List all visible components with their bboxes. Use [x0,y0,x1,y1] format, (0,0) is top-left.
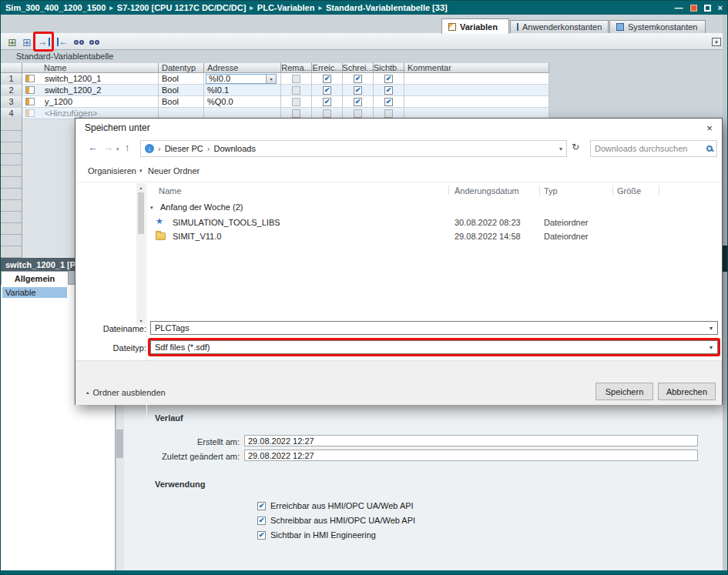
section-verwendung: Verwendung [155,480,205,489]
dialog-close-icon[interactable]: × [697,119,722,137]
address-dropdown-icon[interactable]: ▾ [559,145,562,152]
file-group-header[interactable]: Anfang der Woche (2) [160,202,243,212]
monitor-all-icon[interactable] [72,35,86,48]
schreibbar-checkbox[interactable]: ✔ [354,98,362,106]
save-button[interactable]: Speichern [595,383,653,400]
section-verlauf: Verlauf [155,413,183,423]
maximize-button[interactable] [704,5,711,12]
chevron-down-icon: ▾ [139,168,143,174]
address-bar[interactable]: ↓ › Dieser PC › Downloads ▾ [140,140,567,157]
erreichbar-hmi-checkbox[interactable]: ✔ [257,502,266,510]
filetype-combobox[interactable]: Sdf files (*.sdf) ▾ [150,340,718,354]
breadcrumb-device[interactable]: S7-1200 [CPU 1217C DC/DC/DC] [117,3,247,12]
table-header-row: Name Datentyp Adresse Rema... Erreic... … [1,62,549,73]
tab-variablen[interactable]: Variablen [441,18,509,34]
list-header-date[interactable]: Änderungsdatum [455,186,519,196]
sichtbar-checkbox[interactable]: ✔ [384,86,393,95]
schreibbar-hmi-checkbox[interactable]: ✔ [257,516,266,525]
search-input[interactable]: Downloads durchsuchen [590,140,717,157]
history-dropdown-icon[interactable]: ▾ [116,146,119,152]
column-header-schreibbar: Schrei... [343,62,374,73]
breadcrumb-plc-variablen[interactable]: PLC-Variablen [257,3,315,12]
remanenz-checkbox[interactable] [292,75,300,83]
row-number[interactable]: 4 [1,108,22,119]
remanenz-checkbox[interactable] [292,86,300,95]
forward-icon[interactable]: → [103,142,113,153]
cell-adresse[interactable]: %I0.1 [204,85,281,96]
file-type: Dateiordner [544,218,588,227]
row-number[interactable]: 1 [1,73,22,85]
crumb-dieser-pc[interactable]: Dieser PC [165,144,203,153]
insert-row-icon[interactable]: ⊞ [5,35,19,48]
row-number[interactable]: 3 [1,96,22,108]
file-name[interactable]: SIMIT_V11.0 [173,232,221,241]
erreichbar-checkbox[interactable]: ✔ [323,86,331,95]
cancel-button[interactable]: Abbrechen [658,383,716,400]
crumb-downloads[interactable]: Downloads [213,144,255,153]
chevron-down-icon[interactable]: ▾ [705,344,717,351]
list-header-name[interactable]: Name [159,186,181,196]
breadcrumb-project[interactable]: Sim_300_400_1200_1500 [5,3,106,12]
file-name[interactable]: SIMULATION_TOOLS_LIBS [173,218,280,227]
cell-kommentar[interactable] [404,85,549,96]
erreichbar-checkbox[interactable]: ✔ [323,75,331,83]
window-controls: — × [675,4,723,12]
cell-datentyp[interactable]: Bool [159,73,204,85]
row-number[interactable]: 2 [1,85,22,96]
back-icon[interactable]: ← [88,142,98,153]
close-button[interactable]: × [718,4,723,12]
tag-table-icon [448,23,456,31]
cell-adresse-edit[interactable]: %I0.0 ▾ [206,74,277,84]
new-folder-button[interactable]: Neuer Ordner [148,166,200,176]
schreibbar-checkbox[interactable]: ✔ [354,86,362,95]
cell-datentyp[interactable]: Bool [159,85,204,96]
list-header-type[interactable]: Typ [544,186,558,196]
address-dropdown-icon[interactable]: ▾ [266,75,276,83]
schreibbar-checkbox[interactable]: ✔ [354,75,362,83]
erreichbar-checkbox[interactable]: ✔ [323,98,331,106]
cell-name[interactable]: y_1200 [42,96,159,108]
tab-allgemein[interactable]: Allgemein [1,271,69,285]
hide-folders-button[interactable]: ▴ Ordner ausblenden [86,388,166,397]
tia-portal-window: Sim_300_400_1200_1500 ▸ S7-1200 [CPU 121… [0,0,728,575]
usage-option: ✔ Erreichbar aus HMI/OPC UA/Web API [257,501,414,510]
refresh-icon[interactable]: ↻ [572,142,579,152]
monitor-once-icon[interactable] [87,35,101,48]
restore-button[interactable] [690,5,697,12]
add-row-icon[interactable]: ⊞ [20,35,34,48]
filename-combobox[interactable]: PLCTags ▾ [150,321,718,335]
remanenz-checkbox[interactable] [292,98,300,106]
organize-button[interactable]: Organisieren ▾ [88,166,143,176]
expand-icon[interactable]: ▾ [710,35,723,48]
scrollbar-thumb[interactable] [116,430,123,458]
column-header-kommentar: Kommentar [404,62,549,73]
import-icon[interactable]: ← [55,35,69,48]
export-icon[interactable]: → [37,35,51,48]
cell-adresse[interactable]: %Q0.0 [204,96,281,108]
chevron-up-icon: ▴ [86,389,89,396]
cell-kommentar[interactable] [404,96,549,108]
list-header-size[interactable]: Größe [617,186,641,196]
tag-icon [25,86,35,94]
scrollbar-thumb[interactable] [138,192,144,234]
sichtbar-hmi-checkbox[interactable]: ✔ [257,531,266,540]
cell-kommentar[interactable] [404,73,549,85]
cell-name[interactable]: switch_1200_1 [42,73,159,85]
group-collapse-icon[interactable]: ▾ [150,205,153,211]
scroll-up-icon[interactable]: ▴ [136,185,146,190]
scroll-down-icon[interactable]: ▾ [136,318,146,323]
up-icon[interactable]: ↑ [125,142,130,153]
tag-table-toolbar: ⊞ ⊞ → ← ▾ [1,33,727,50]
sichtbar-checkbox[interactable]: ✔ [384,98,393,106]
minimize-button[interactable]: — [675,4,683,12]
nav-item-variable[interactable]: Variable [2,287,67,298]
breadcrumb-table[interactable]: Standard-Variablentabelle [33] [326,3,448,12]
cell-datentyp[interactable]: Bool [159,96,204,108]
sichtbar-checkbox[interactable]: ✔ [384,75,393,83]
column-header-sichtbar: Sichtb... [374,62,404,73]
cell-name[interactable]: switch_1200_2 [42,85,159,96]
panel-splitter-handle[interactable] [722,246,728,272]
tab-systemkonstanten[interactable]: Systemkonstanten [609,20,706,34]
tab-anwenderkonstanten[interactable]: Anwenderkonstanten [510,20,609,34]
chevron-down-icon[interactable]: ▾ [705,325,717,332]
